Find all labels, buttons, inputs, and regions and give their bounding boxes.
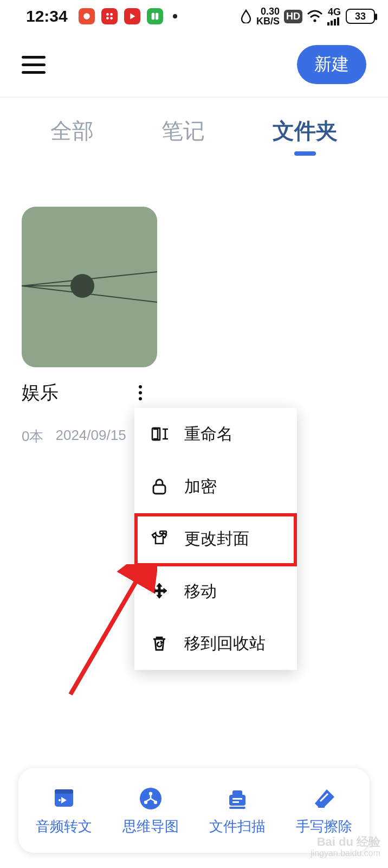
svg-rect-27 <box>229 795 245 806</box>
folder-title: 娱乐 <box>22 380 59 405</box>
context-menu: 重命名 加密 更改封面 移动 移到回收站 <box>134 408 297 670</box>
svg-rect-10 <box>334 19 336 25</box>
svg-rect-28 <box>232 790 242 796</box>
svg-rect-6 <box>156 13 158 20</box>
hd-badge: HD <box>284 10 302 23</box>
tool-eraser[interactable]: 手写擦除 <box>281 786 367 836</box>
tab-all[interactable]: 全部 <box>50 116 94 156</box>
app-icon-2 <box>101 8 118 24</box>
battery-indicator: 33 <box>346 9 375 24</box>
menu-label: 重命名 <box>184 423 282 445</box>
tab-folders[interactable]: 文件夹 <box>273 116 338 156</box>
wifi-icon <box>307 10 323 23</box>
svg-point-4 <box>110 17 113 20</box>
new-button[interactable]: 新建 <box>297 45 366 84</box>
menu-item-rename[interactable]: 重命名 <box>134 408 297 461</box>
tab-notes[interactable]: 笔记 <box>161 116 205 156</box>
menu-label: 加密 <box>184 476 282 498</box>
svg-rect-29 <box>229 807 245 809</box>
svg-point-15 <box>70 274 94 298</box>
svg-point-22 <box>59 799 61 801</box>
menu-label: 移到回收站 <box>184 633 282 655</box>
menu-item-encrypt[interactable]: 加密 <box>134 461 297 513</box>
svg-point-0 <box>83 13 90 20</box>
water-drop-icon <box>240 9 252 23</box>
net-speed: 0.30 KB/S <box>256 7 280 26</box>
folder-count: 0本 <box>22 427 43 446</box>
cell-signal: 4G <box>327 7 341 25</box>
lock-icon <box>150 477 169 496</box>
svg-point-1 <box>106 13 109 16</box>
svg-line-19 <box>70 575 140 694</box>
svg-rect-21 <box>55 789 73 794</box>
rename-icon <box>150 424 169 444</box>
svg-rect-31 <box>232 801 239 803</box>
status-bar: 12:34 0.30 KB/S HD 4G 33 <box>0 0 388 33</box>
folder-title-row: 娱乐 <box>22 380 157 405</box>
more-options-icon[interactable] <box>134 381 146 405</box>
svg-rect-30 <box>232 798 242 800</box>
status-right: 0.30 KB/S HD 4G 33 <box>240 7 375 26</box>
app-icon-1 <box>79 8 95 24</box>
svg-point-24 <box>149 792 152 795</box>
svg-point-2 <box>110 13 113 16</box>
tabs: 全部 笔记 文件夹 <box>0 98 388 169</box>
folder-date: 2024/09/15 <box>55 427 126 446</box>
menu-item-move[interactable]: 移动 <box>134 565 297 618</box>
svg-rect-11 <box>337 17 339 25</box>
svg-point-7 <box>313 19 316 22</box>
status-time: 12:34 <box>26 7 68 25</box>
menu-icon[interactable] <box>22 56 46 74</box>
move-icon <box>150 582 169 601</box>
tool-label: 手写擦除 <box>296 817 352 836</box>
menu-item-trash[interactable]: 移到回收站 <box>134 617 297 670</box>
svg-rect-5 <box>151 13 154 20</box>
scan-icon <box>224 786 250 812</box>
folder-cover[interactable] <box>22 207 157 367</box>
tool-audio-to-text[interactable]: 音频转文 <box>21 786 107 836</box>
menu-label: 更改封面 <box>184 528 282 550</box>
tool-scan[interactable]: 文件扫描 <box>194 786 281 836</box>
app-icon-3 <box>124 8 140 24</box>
menu-item-change-cover[interactable]: 更改封面 <box>134 513 297 565</box>
watermark: Bai du 经验 jingyan.baidu.com <box>311 835 380 858</box>
mindmap-icon <box>138 786 164 812</box>
tool-label: 文件扫描 <box>209 817 266 836</box>
status-left: 12:34 <box>26 7 177 25</box>
audio-icon <box>51 786 77 812</box>
svg-rect-9 <box>331 21 333 25</box>
overflow-dot-icon <box>173 14 177 18</box>
tool-label: 音频转文 <box>36 817 92 836</box>
app-icon-4 <box>147 8 163 24</box>
eraser-icon <box>311 786 337 812</box>
menu-label: 移动 <box>184 580 282 603</box>
tool-mindmap[interactable]: 思维导图 <box>107 786 194 836</box>
svg-point-3 <box>106 17 109 20</box>
shirt-icon <box>150 529 169 548</box>
svg-rect-8 <box>327 22 329 25</box>
tool-label: 思维导图 <box>122 817 179 836</box>
app-header: 新建 <box>0 33 388 98</box>
svg-rect-17 <box>153 485 165 494</box>
trash-icon <box>150 634 169 653</box>
content-area: 娱乐 0本 2024/09/15 <box>0 169 388 446</box>
